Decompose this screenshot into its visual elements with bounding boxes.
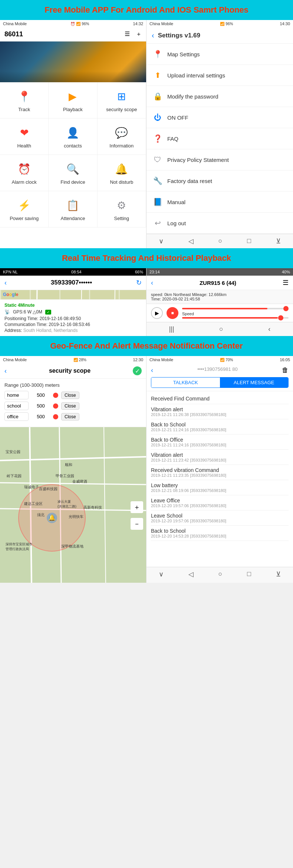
- back-track-r[interactable]: ‹: [151, 279, 153, 287]
- back-track[interactable]: ‹: [4, 279, 7, 287]
- carrier-left: China Mobile: [3, 21, 27, 26]
- range-slider-0[interactable]: [53, 393, 58, 398]
- bottom-nav-back[interactable]: ◁: [188, 570, 194, 578]
- nav-square[interactable]: □: [247, 237, 251, 245]
- feature-item-find-device[interactable]: 🔍 Find device: [49, 155, 97, 191]
- range-slider-2[interactable]: [53, 414, 58, 419]
- bottom-nav-home[interactable]: ○: [218, 570, 223, 578]
- settings-item-6[interactable]: 🔧 Factory data reset: [146, 170, 293, 192]
- nav-track-back[interactable]: ‹: [268, 325, 270, 333]
- feature-label-2: security scope: [106, 107, 137, 112]
- geo-label-5: 岭下花园: [7, 473, 22, 479]
- nav-home[interactable]: ○: [218, 237, 223, 245]
- menu-icon[interactable]: ☰: [283, 279, 289, 287]
- bottom-nav-square[interactable]: □: [247, 570, 251, 578]
- address-label: Address: South Holland, Netherlands: [4, 328, 142, 333]
- settings-item-3[interactable]: ⏻ ON OFF: [146, 107, 293, 128]
- feature-item-alarm-clock[interactable]: ⏰ Alarm clock: [0, 155, 49, 191]
- range-section: Range (100-3000) meters 500 Close 500 Cl…: [0, 379, 146, 427]
- alert-text-0: Received Find Command: [151, 396, 289, 402]
- alert-meta-3: 2019-12-21 11:24:16 [359339075698180]: [151, 443, 289, 447]
- feature-icon-8: 🔔: [113, 161, 130, 177]
- speed-text: speed: 0km Northeast Mileage: 12.666km: [151, 292, 289, 297]
- feature-item-setting[interactable]: ⚙ Setting: [98, 191, 146, 227]
- settings-item-4[interactable]: ❓ FAQ: [146, 128, 293, 149]
- svg-line-4: [80, 290, 82, 299]
- settings-item-7[interactable]: 📘 Manual: [146, 192, 293, 213]
- alert-entry-3: Back to Office 2019-12-21 11:24:16 [3593…: [151, 435, 289, 450]
- setting-icon-8: ↩: [152, 218, 163, 228]
- range-val-2: 500: [32, 414, 50, 419]
- feature-item-contacts[interactable]: 👤 contacts: [49, 119, 97, 155]
- check-icon[interactable]: ✓: [133, 366, 142, 375]
- back-button[interactable]: ‹: [152, 31, 154, 40]
- app-toolbar: 86011 ☰ ＋: [0, 27, 146, 41]
- info-panel-left: Static 4Minute 📡 GPS:6 W △0M ✓ Positioni…: [0, 299, 146, 336]
- play-button[interactable]: ▶: [151, 307, 163, 319]
- settings-item-5[interactable]: 🛡 Privacy Policy Statement: [146, 149, 293, 170]
- battery-left: 96%: [82, 22, 89, 26]
- speed-fill: [182, 317, 278, 319]
- range-name-1[interactable]: [4, 402, 29, 410]
- tab-talkback[interactable]: TALKBACK: [151, 378, 220, 388]
- feature-item-information[interactable]: 💬 Information: [98, 119, 146, 155]
- bottom-nav-down[interactable]: ⊻: [276, 570, 281, 578]
- back-alert[interactable]: ‹: [151, 366, 153, 374]
- speed-label: Speed: [182, 312, 289, 316]
- geo-label-13: 深圳市宝安区城市管理行政执法局: [6, 542, 32, 552]
- tab-alert[interactable]: ALERT MESSAGE: [220, 378, 289, 388]
- feature-item-playback[interactable]: ▶ Playback: [49, 82, 97, 119]
- progress-fill: [182, 308, 267, 309]
- range-name-0[interactable]: [4, 391, 29, 399]
- geo-wifi-r: 📶: [220, 358, 224, 362]
- feature-grid: 📍 Track ▶ Playback ⊞ security scope ❤ He…: [0, 82, 146, 227]
- battery-right: 96%: [225, 22, 233, 26]
- settings-item-2[interactable]: 🔒 Modify the password: [146, 86, 293, 107]
- range-close-1[interactable]: Close: [61, 402, 79, 410]
- setting-label-3: ON OFF: [167, 114, 188, 121]
- progress-bar[interactable]: [182, 308, 289, 309]
- nav-track-menu[interactable]: |||: [169, 325, 174, 333]
- feature-item-not-disturb[interactable]: 🔔 Not disturb: [98, 155, 146, 191]
- range-name-2[interactable]: [4, 412, 29, 421]
- back-geo[interactable]: ‹: [4, 367, 7, 375]
- feature-icon-7: 🔍: [65, 161, 81, 177]
- range-row-school: 500 Close: [4, 402, 142, 410]
- nav-back[interactable]: ◁: [188, 237, 194, 245]
- add-icon[interactable]: ＋: [136, 30, 142, 38]
- geo-carrier-left: China Mobile: [3, 357, 27, 362]
- alert-text-4: Vibration alert: [151, 452, 289, 458]
- geo-zoom-out[interactable]: －: [131, 518, 143, 530]
- feature-label-7: Find device: [60, 179, 85, 185]
- speed-bar[interactable]: [182, 317, 289, 319]
- geo-label-6: 瑞诚电子: [24, 485, 39, 490]
- list-icon[interactable]: ☰: [125, 30, 130, 38]
- refresh-icon[interactable]: ↻: [136, 279, 142, 287]
- nav-chevron[interactable]: ∨: [159, 237, 164, 245]
- settings-item-0[interactable]: 📍 Map Settings: [146, 44, 293, 65]
- gps-info: GPS:6 W △0M: [13, 309, 42, 315]
- geo-title: security scope: [49, 368, 90, 374]
- settings-title: Settings v1.69: [158, 32, 200, 39]
- banner-2-title: Real Time Tracking And Historical Playba…: [4, 253, 289, 263]
- geo-label-12: 光明快车: [69, 514, 83, 519]
- feature-item-attendance[interactable]: 📋 Attendance: [49, 191, 97, 227]
- setting-icon-6: 🔧: [152, 176, 163, 186]
- nav-track-home[interactable]: ○: [219, 325, 223, 333]
- nav-down[interactable]: ⊻: [276, 237, 281, 245]
- stop-button[interactable]: ■: [167, 307, 178, 319]
- alert-entry-0: Received Find Command: [151, 393, 289, 404]
- bottom-nav-chevron[interactable]: ∨: [159, 570, 164, 578]
- feature-item-security-scope[interactable]: ⊞ security scope: [98, 82, 146, 119]
- feature-item-track[interactable]: 📍 Track: [0, 82, 49, 119]
- trash-icon[interactable]: 🗑: [282, 366, 289, 374]
- geo-zoom-in[interactable]: ＋: [131, 501, 143, 513]
- range-close-2[interactable]: Close: [61, 413, 79, 420]
- range-close-0[interactable]: Close: [61, 392, 79, 399]
- track-status-right: 23:14 40%: [146, 268, 293, 276]
- settings-item-1[interactable]: ⬆ Upload interval settings: [146, 65, 293, 86]
- feature-item-power-saving[interactable]: ⚡ Power saving: [0, 191, 49, 227]
- feature-item-health[interactable]: ❤ Health: [0, 119, 49, 155]
- settings-item-8[interactable]: ↩ Log out: [146, 213, 293, 234]
- range-slider-1[interactable]: [53, 403, 58, 409]
